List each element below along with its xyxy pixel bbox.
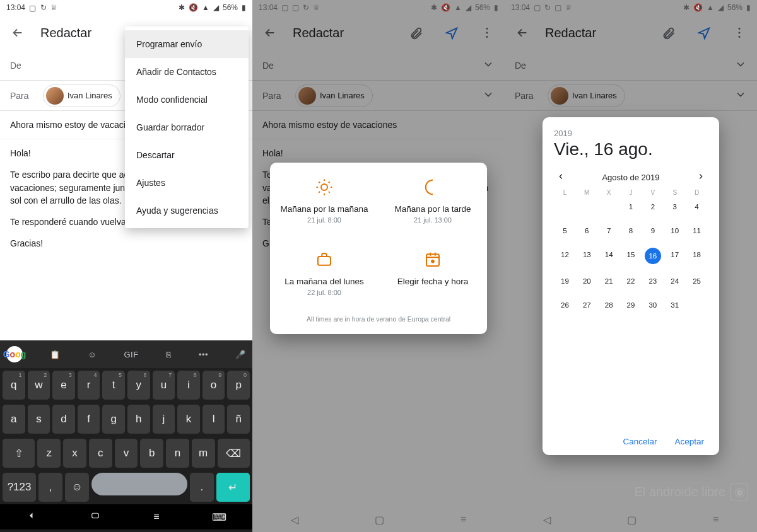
key-c[interactable]: c <box>89 439 112 468</box>
key-l[interactable]: l <box>202 405 225 434</box>
day-16[interactable]: 16 <box>645 248 661 264</box>
nav-home[interactable] <box>90 510 101 524</box>
overflow-button[interactable] <box>474 20 500 45</box>
key-u[interactable]: 7u <box>153 371 175 400</box>
key-p[interactable]: 0p <box>227 371 250 400</box>
day-2[interactable]: 2 <box>642 200 664 214</box>
schedule-tomorrow-afternoon[interactable]: Mañana por la tarde21 jul. 13:00 <box>378 163 487 235</box>
day-25[interactable]: 25 <box>686 274 708 288</box>
subject-field[interactable]: Ahora mismo estoy de vacaciones <box>252 111 505 139</box>
picker-year[interactable]: 2019 <box>554 129 708 138</box>
symbols-key[interactable]: ?123 <box>3 473 36 502</box>
day-13[interactable]: 13 <box>576 248 598 262</box>
nav-back[interactable]: ◁ <box>291 514 298 526</box>
day-8[interactable]: 8 <box>620 224 642 238</box>
attach-button[interactable] <box>404 20 429 45</box>
google-icon[interactable]: Goog <box>6 346 23 362</box>
nav-keyboard[interactable]: ⌨ <box>212 511 226 523</box>
space-key[interactable] <box>91 473 187 495</box>
key-y[interactable]: 6y <box>127 371 150 400</box>
next-month-button[interactable] <box>696 172 705 183</box>
period-key[interactable]: . <box>190 473 214 502</box>
day-22[interactable]: 22 <box>620 274 642 288</box>
key-i[interactable]: 8i <box>177 371 200 400</box>
key-r[interactable]: 4r <box>78 371 100 400</box>
day-9[interactable]: 9 <box>642 224 664 238</box>
nav-back[interactable]: ◁ <box>543 514 551 526</box>
day-11[interactable]: 11 <box>686 224 708 238</box>
day-29[interactable]: 29 <box>620 298 642 312</box>
menu-save-draft[interactable]: Guardar borrador <box>125 113 249 141</box>
nav-recents[interactable]: ≡ <box>153 511 159 523</box>
key-e[interactable]: 3e <box>52 371 75 400</box>
sticker-icon[interactable]: ☺ <box>88 350 97 359</box>
day-24[interactable]: 24 <box>664 274 686 288</box>
key-h[interactable]: h <box>127 405 150 434</box>
key-a[interactable]: a <box>3 405 25 434</box>
day-14[interactable]: 14 <box>598 248 620 262</box>
attach-button[interactable] <box>656 20 681 45</box>
schedule-tomorrow-morning[interactable]: Mañana por la mañana21 jul. 8:00 <box>270 163 378 235</box>
day-17[interactable]: 17 <box>664 248 686 262</box>
day-3[interactable]: 3 <box>664 200 686 214</box>
key-w[interactable]: 2w <box>28 371 50 400</box>
key-ñ[interactable]: ñ <box>227 405 250 434</box>
day-20[interactable]: 20 <box>576 274 598 288</box>
nav-home[interactable]: ▢ <box>627 514 637 526</box>
menu-discard[interactable]: Descartar <box>125 141 249 169</box>
schedule-monday-morning[interactable]: La mañana del lunes22 jul. 8:00 <box>270 235 378 308</box>
recipient-chip[interactable]: Ivan Linares <box>43 84 120 107</box>
key-v[interactable]: v <box>115 439 138 468</box>
day-28[interactable]: 28 <box>598 298 620 312</box>
day-1[interactable]: 1 <box>620 200 642 214</box>
send-button[interactable] <box>439 20 464 45</box>
send-button[interactable] <box>691 20 717 45</box>
nav-recents[interactable]: ≡ <box>461 514 466 525</box>
back-button[interactable] <box>257 20 283 45</box>
day-5[interactable]: 5 <box>554 224 576 238</box>
key-d[interactable]: d <box>52 405 75 434</box>
day-31[interactable]: 31 <box>664 298 686 312</box>
nav-recents[interactable]: ≡ <box>713 514 719 525</box>
suggestion-bar[interactable]: Goog 📋 ☺ GIF ⎘ ••• 🎤 <box>0 340 252 368</box>
from-field[interactable]: De <box>252 50 505 81</box>
day-19[interactable]: 19 <box>554 274 576 288</box>
overflow-button[interactable] <box>727 20 752 45</box>
emoji-key[interactable]: ☺ <box>65 473 89 502</box>
backspace-key[interactable]: ⌫ <box>218 439 250 468</box>
day-23[interactable]: 23 <box>642 274 664 288</box>
day-7[interactable]: 7 <box>598 224 620 238</box>
clipboard-icon[interactable]: 📋 <box>50 350 61 359</box>
key-j[interactable]: j <box>153 405 175 434</box>
day-18[interactable]: 18 <box>686 248 708 262</box>
translate-icon[interactable]: ⎘ <box>166 350 172 359</box>
key-x[interactable]: x <box>63 439 86 468</box>
key-o[interactable]: 9o <box>202 371 225 400</box>
comma-key[interactable]: , <box>38 473 62 502</box>
menu-confidential[interactable]: Modo confidencial <box>125 86 249 113</box>
key-t[interactable]: 5t <box>102 371 125 400</box>
mic-icon[interactable]: 🎤 <box>235 350 246 359</box>
menu-help[interactable]: Ayuda y sugerencias <box>125 197 249 224</box>
key-s[interactable]: s <box>28 405 50 434</box>
shift-key[interactable]: ⇧ <box>3 439 35 468</box>
day-6[interactable]: 6 <box>576 224 598 238</box>
more-icon[interactable]: ••• <box>199 350 208 359</box>
gif-key[interactable]: GIF <box>124 350 138 359</box>
key-g[interactable]: g <box>102 405 125 434</box>
key-k[interactable]: k <box>177 405 200 434</box>
picker-cancel-button[interactable]: Cancelar <box>623 437 657 446</box>
back-button[interactable] <box>510 20 535 45</box>
day-27[interactable]: 27 <box>576 298 598 312</box>
key-z[interactable]: z <box>37 439 61 468</box>
menu-schedule-send[interactable]: Programar envío <box>125 30 249 58</box>
day-4[interactable]: 4 <box>686 200 708 214</box>
menu-add-contacts[interactable]: Añadir de Contactos <box>125 58 249 86</box>
key-m[interactable]: m <box>192 439 215 468</box>
picker-ok-button[interactable]: Aceptar <box>674 437 704 446</box>
key-n[interactable]: n <box>166 439 189 468</box>
day-10[interactable]: 10 <box>664 224 686 238</box>
day-12[interactable]: 12 <box>554 248 576 262</box>
back-button[interactable] <box>5 20 30 45</box>
day-26[interactable]: 26 <box>554 298 576 312</box>
